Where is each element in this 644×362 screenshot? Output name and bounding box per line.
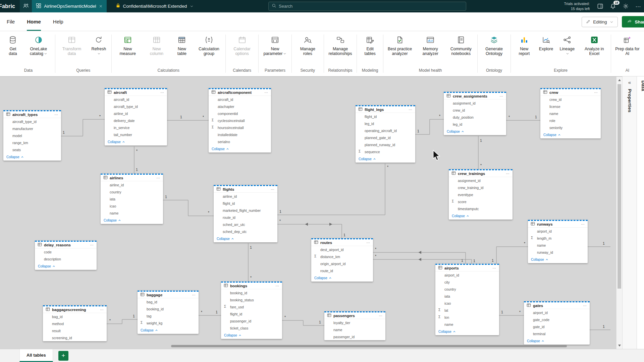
field-name[interactable]: name	[540, 110, 601, 117]
table-header[interactable]: routes…	[311, 238, 373, 246]
table-card-aircraft[interactable]: aircraft…aircraft_idaircraft_type_idairl…	[105, 88, 167, 145]
table-more-options-icon[interactable]: …	[583, 305, 587, 306]
field-gate-code[interactable]: gate_code	[524, 316, 590, 323]
field-iata[interactable]: iata	[435, 293, 499, 300]
field-booking-id[interactable]: booking_id	[221, 289, 282, 296]
field-flight-id[interactable]: flight_id	[221, 310, 282, 317]
field-lon[interactable]: Σlon	[435, 314, 499, 321]
refresh-button[interactable]: Refresh	[87, 33, 110, 58]
field-method[interactable]: method	[43, 320, 107, 327]
field-flight-id[interactable]: flight_id	[356, 113, 415, 120]
field-model[interactable]: model	[3, 132, 61, 139]
global-search[interactable]	[268, 2, 466, 11]
field-planned-runway-id[interactable]: planned_runway_id	[356, 141, 415, 148]
field-lat[interactable]: Σlat	[435, 307, 499, 314]
share-button[interactable]: Share	[622, 16, 644, 27]
field-duty-position[interactable]: duty_position	[444, 114, 506, 121]
table-more-options-icon[interactable]: …	[492, 267, 496, 269]
field-name[interactable]: name	[101, 209, 163, 217]
field-ticket-class[interactable]: ticket_class	[221, 324, 282, 331]
field-terminal[interactable]: terminal	[524, 330, 590, 337]
field-passenger-id[interactable]: passenger_id	[324, 333, 385, 340]
vertical-scrollbar[interactable]	[616, 77, 622, 349]
field-country[interactable]: country	[435, 286, 499, 293]
side-panel-icon[interactable]	[596, 3, 604, 10]
relationship-line[interactable]	[373, 259, 472, 264]
table-header[interactable]: crew_trainings…	[449, 169, 513, 177]
field-installeddate[interactable]: installeddate	[209, 131, 271, 138]
table-more-options-icon[interactable]: …	[100, 309, 104, 310]
field-hourssinceinstall[interactable]: Σhourssinceinstall	[209, 124, 271, 131]
prep-data-for-ai-button[interactable]: Prep data for AI	[612, 33, 643, 58]
new-parameter-button[interactable]: New parameter	[260, 33, 290, 58]
settings-gear-icon[interactable]	[622, 3, 629, 10]
field-operating-aircraft-id[interactable]: operating_aircraft_id	[356, 127, 415, 134]
field-booking-id[interactable]: booking_id	[138, 305, 199, 312]
table-header[interactable]: bookings…	[221, 282, 282, 289]
table-card-airports[interactable]: airports…airport_idcitycountryiataicaoΣl…	[435, 264, 499, 335]
field-description[interactable]: description	[35, 255, 97, 262]
get-data-button[interactable]: Get data	[3, 33, 23, 58]
field-in-service[interactable]: in_service	[105, 124, 167, 131]
sensitivity-label[interactable]: Confidential\Microsoft Extended	[115, 3, 194, 9]
onelake-catalog-button[interactable]: OneLake catalog	[23, 33, 54, 58]
menu-item-help[interactable]: Help	[53, 12, 63, 31]
field-city[interactable]: city	[435, 279, 499, 286]
collapse-table-link[interactable]: Collapse	[528, 256, 588, 263]
manage-relationships-button[interactable]: Manage relationships	[325, 33, 356, 58]
field-airline-id[interactable]: airline_id	[214, 193, 277, 200]
field-assignment-id[interactable]: assignment_id	[444, 100, 506, 107]
table-header[interactable]: aircraftcomponent…	[209, 88, 271, 96]
field-crew-training-id[interactable]: crew_training_id	[449, 184, 513, 191]
horizontal-scrollbar[interactable]	[171, 345, 567, 347]
close-tab-icon[interactable]	[99, 4, 103, 8]
relationship-line[interactable]	[277, 164, 385, 215]
field-role[interactable]: role	[540, 117, 601, 124]
table-card-crew[interactable]: crew…crew_idlicensenameroleseniorityColl…	[540, 88, 601, 138]
community-notebooks-button[interactable]: Community notebooks	[445, 33, 476, 58]
new-table-button[interactable]: New table	[170, 33, 194, 58]
relationship-line[interactable]	[373, 252, 466, 264]
table-header[interactable]: baggage…	[138, 291, 199, 298]
table-more-options-icon[interactable]: …	[192, 294, 196, 296]
table-more-options-icon[interactable]: …	[409, 109, 413, 110]
field-country[interactable]: country	[101, 188, 163, 195]
field-aircraft-type-id[interactable]: aircraft_type_id	[3, 118, 61, 125]
field-airline-id[interactable]: airline_id	[101, 181, 163, 188]
semantic-model-tab[interactable]: AirlineOpsSemanticModel	[32, 0, 106, 12]
expand-panel-icon[interactable]: «	[628, 80, 631, 85]
table-header[interactable]: passengers…	[324, 311, 385, 319]
new-measure-button[interactable]: New measure	[113, 33, 143, 58]
field-sched-dep-utc[interactable]: sched_dep_utc	[214, 228, 277, 235]
table-more-options-icon[interactable]: …	[499, 95, 503, 97]
field-distance-km[interactable]: Σdistance_km	[311, 253, 373, 260]
table-card-aircraftcomponent[interactable]: aircraftcomponent…aircraft_idatachapterc…	[209, 88, 271, 153]
field-timestamputc[interactable]: timestamputc	[449, 205, 513, 212]
field-manufacturer[interactable]: manufacturer	[3, 125, 61, 132]
collapse-table-link[interactable]: Collapse	[3, 153, 61, 161]
field-airport-id[interactable]: airport_id	[524, 309, 590, 316]
table-card-flights[interactable]: flights…airline_idflight_idmarketed_flig…	[214, 185, 277, 242]
field-name[interactable]: name	[528, 242, 588, 249]
field-aircraft-id[interactable]: aircraft_id	[105, 96, 167, 103]
lineage-button[interactable]: Lineage	[555, 33, 579, 58]
relationship-line[interactable]	[107, 319, 138, 324]
field-assignment-id[interactable]: assignment_id	[449, 177, 513, 184]
field-marketed-flight-number[interactable]: marketed_flight_number	[214, 207, 277, 214]
field-airport-id[interactable]: airport_id	[528, 228, 588, 235]
new-report-button[interactable]: New report	[512, 33, 537, 58]
field-route-id[interactable]: route_id	[311, 267, 373, 274]
field-fare-usd[interactable]: Σfare_usd	[221, 303, 282, 310]
table-more-options-icon[interactable]: …	[366, 242, 370, 243]
manage-roles-button[interactable]: Manage roles	[293, 33, 323, 58]
field-aircraft-type-id[interactable]: aircraft_type_id	[105, 103, 167, 110]
collapse-table-link[interactable]: Collapse	[540, 131, 601, 138]
table-card-routes[interactable]: routes…dest_airport_idΣdistance_kmorigin…	[311, 238, 373, 282]
table-more-options-icon[interactable]: …	[275, 285, 279, 287]
table-card-gates[interactable]: gates…airport_idgate_codegate_idterminal…	[524, 301, 590, 345]
table-more-options-icon[interactable]: …	[379, 315, 383, 316]
field-flight-id[interactable]: flight_id	[214, 200, 277, 207]
table-more-options-icon[interactable]: …	[264, 92, 268, 93]
table-card-baggage[interactable]: baggage…bag_idbooking_idtagΣweight_kgCol…	[138, 291, 199, 334]
field-bag-id[interactable]: bag_id	[43, 313, 107, 320]
